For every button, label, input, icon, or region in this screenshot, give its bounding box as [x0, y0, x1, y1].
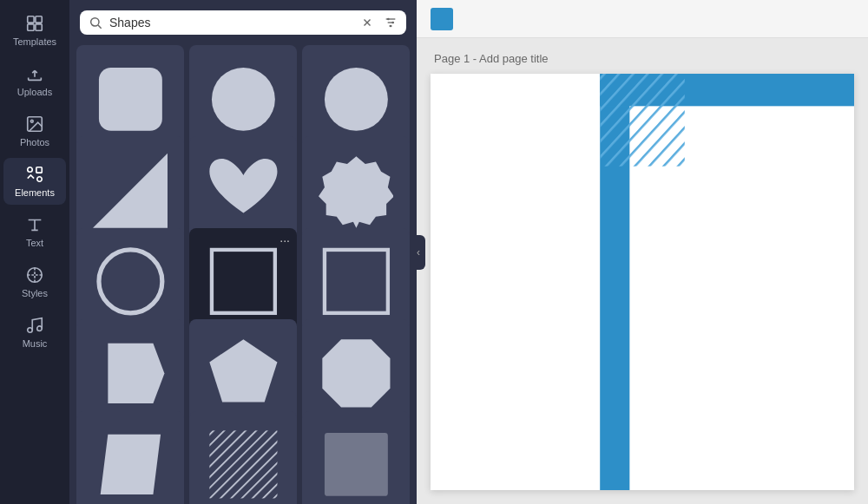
uploads-icon — [25, 64, 44, 83]
svg-rect-0 — [28, 16, 34, 23]
canvas-decoration — [431, 74, 854, 490]
sidebar-item-label: Templates — [13, 36, 56, 47]
styles-icon — [25, 265, 44, 285]
shapes-grid: ··· FREE — [69, 42, 417, 504]
svg-rect-28 — [212, 250, 275, 313]
svg-point-11 — [37, 326, 43, 331]
sidebar-item-photos[interactable]: Photos — [3, 108, 66, 154]
svg-marker-25 — [93, 153, 168, 228]
chevron-left-icon: ‹ — [417, 246, 420, 259]
svg-marker-32 — [322, 339, 390, 407]
filter-button[interactable] — [384, 16, 398, 29]
svg-point-8 — [37, 177, 43, 182]
svg-point-12 — [91, 18, 99, 26]
sidebar-item-label: Uploads — [17, 87, 52, 97]
text-icon — [25, 215, 44, 234]
sidebar-item-styles[interactable]: Styles — [3, 259, 66, 305]
svg-rect-36 — [325, 433, 388, 496]
shape-parallelogram[interactable] — [76, 411, 184, 504]
svg-rect-2 — [28, 24, 34, 30]
page-title[interactable]: Page 1 - Add page title — [431, 52, 854, 65]
panel-collapse-toggle[interactable]: ‹ — [411, 235, 425, 270]
svg-point-21 — [390, 25, 392, 28]
svg-rect-29 — [325, 250, 388, 313]
sidebar-item-text[interactable]: Text — [3, 208, 66, 255]
sidebar-item-label: Text — [26, 238, 43, 248]
more-options-button[interactable]: ··· — [279, 233, 290, 247]
canvas-top-bar — [417, 0, 868, 38]
svg-marker-31 — [209, 339, 277, 402]
search-icon — [89, 16, 102, 29]
svg-marker-26 — [319, 156, 394, 227]
music-icon — [25, 316, 44, 335]
shape-placeholder[interactable] — [302, 411, 410, 504]
svg-marker-30 — [108, 343, 164, 403]
svg-rect-40 — [600, 74, 685, 167]
sidebar-item-label: Photos — [20, 137, 49, 147]
shapes-panel: ··· FREE — [69, 0, 417, 504]
sidebar-item-label: Styles — [22, 288, 48, 298]
sidebar-item-templates[interactable]: Templates — [3, 7, 66, 54]
sidebar-item-elements[interactable]: Elements — [3, 158, 66, 205]
search-bar — [80, 10, 406, 35]
sidebar: Templates Uploads Photos Elements Text — [0, 0, 69, 504]
svg-point-6 — [28, 167, 33, 173]
canvas-color-indicator — [431, 8, 453, 30]
search-input[interactable] — [109, 16, 354, 29]
svg-rect-7 — [36, 167, 42, 173]
svg-rect-22 — [99, 68, 162, 131]
clear-search-button[interactable] — [361, 16, 373, 29]
canvas-area: Page 1 - Add page title — [417, 0, 868, 504]
shape-stripes[interactable] — [189, 411, 297, 504]
canvas-page: Page 1 - Add page title — [417, 38, 868, 504]
photos-icon — [25, 115, 44, 134]
svg-rect-1 — [36, 16, 42, 23]
svg-point-24 — [325, 68, 388, 131]
svg-point-23 — [212, 68, 275, 131]
elements-icon — [25, 165, 44, 184]
sidebar-item-music[interactable]: Music — [3, 309, 66, 356]
sidebar-item-label: Music — [23, 338, 48, 349]
svg-rect-35 — [209, 431, 277, 499]
sidebar-item-label: Elements — [15, 187, 55, 198]
svg-point-20 — [391, 22, 394, 24]
svg-line-13 — [98, 25, 102, 29]
svg-rect-3 — [36, 24, 42, 30]
canvas-frame[interactable] — [431, 74, 854, 490]
svg-marker-33 — [100, 435, 160, 494]
templates-icon — [25, 14, 44, 33]
svg-point-27 — [99, 250, 162, 313]
svg-point-19 — [387, 18, 390, 21]
sidebar-item-uploads[interactable]: Uploads — [3, 57, 66, 104]
svg-point-10 — [28, 328, 33, 333]
svg-point-5 — [30, 120, 33, 122]
